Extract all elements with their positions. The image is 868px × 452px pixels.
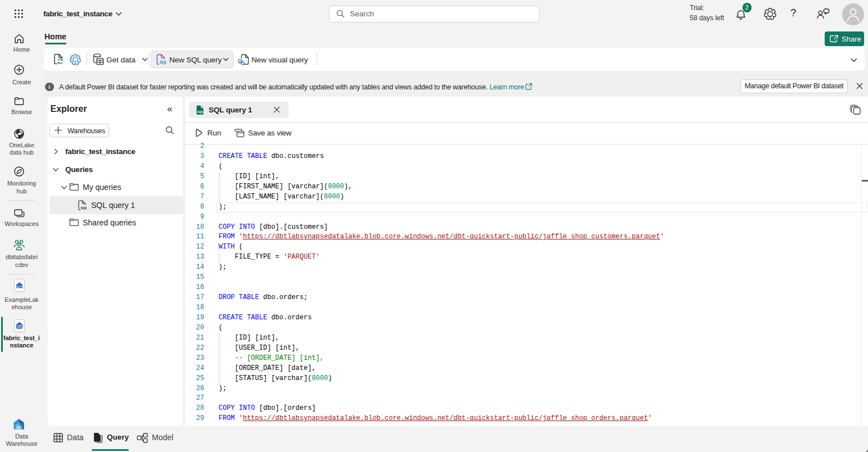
- svg-text:SQL: SQL: [160, 60, 167, 65]
- svg-text:SQL: SQL: [197, 110, 204, 114]
- svg-text:SQL: SQL: [81, 206, 87, 210]
